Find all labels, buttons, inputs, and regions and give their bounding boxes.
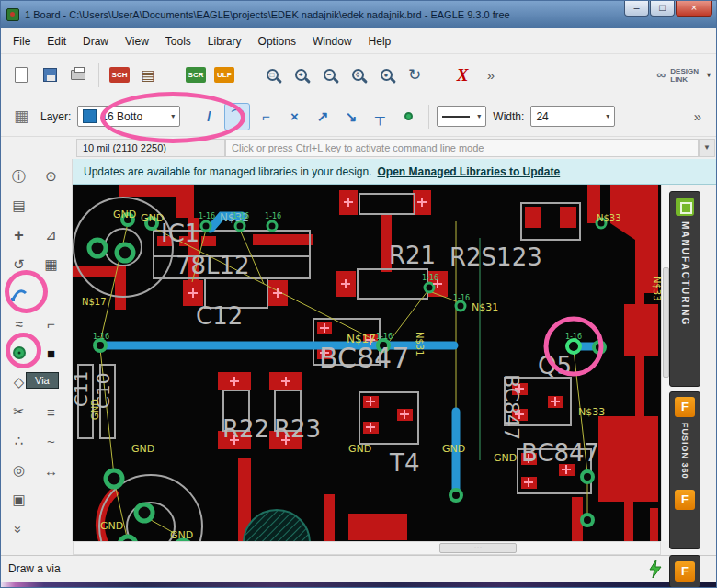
manufacturing-tab[interactable]: MANUFACTURING xyxy=(669,191,700,387)
line-style-select[interactable]: ▾ xyxy=(437,106,486,127)
zoom-fit-button[interactable]: □ xyxy=(259,62,285,89)
route-via-style-button[interactable] xyxy=(395,103,421,130)
save-button[interactable] xyxy=(37,62,63,89)
zoom-in-button[interactable]: + xyxy=(288,62,313,89)
menu-window[interactable]: Window xyxy=(304,30,360,52)
chevron-down-icon: ▾ xyxy=(707,71,711,79)
grid-button[interactable]: ▦ xyxy=(8,103,34,130)
pcb-label: 1-16 xyxy=(199,212,215,220)
cancel-x-icon: X xyxy=(457,65,469,85)
window-controls: – □ × xyxy=(624,1,712,17)
show-tool-button[interactable]: ⊙ xyxy=(35,162,67,191)
horizontal-scrollbar[interactable]: ⋯ xyxy=(73,541,661,555)
measure-tool-button[interactable]: ↔ xyxy=(35,456,67,485)
route-diag-down-button[interactable]: ↘ xyxy=(338,103,364,130)
app-icon xyxy=(6,8,19,21)
open-schematic-button[interactable]: SCH xyxy=(107,62,132,89)
cut-tool-button[interactable]: ✂ xyxy=(3,397,35,426)
move-tool-button[interactable]: + xyxy=(3,220,35,250)
toolbar-separator xyxy=(98,63,99,87)
new-board-button[interactable] xyxy=(8,62,34,89)
refresh-button[interactable]: ↻ xyxy=(402,62,427,89)
cancel-command-button[interactable]: X xyxy=(450,62,475,89)
fusion-logo-icon: F xyxy=(675,397,695,417)
maximize-button[interactable]: □ xyxy=(650,1,675,17)
parameter-overflow-button[interactable]: » xyxy=(685,103,711,130)
pcb-drawing: IC178L12C12R21R2S123BC847Q5BC847R22R23T4… xyxy=(73,185,661,541)
zoom-out-icon: − xyxy=(324,69,336,81)
taskbar-sliver xyxy=(1,582,717,588)
mirror-tool-button[interactable]: ⊿ xyxy=(35,220,67,250)
display-layers-button[interactable]: ▤ xyxy=(3,191,35,220)
arrow-down-right-icon: ↘ xyxy=(346,108,358,125)
change-tool-button[interactable]: ≡ xyxy=(35,397,67,426)
layer-settings-button[interactable]: ▤ xyxy=(135,62,161,89)
vertical-scrollbar-thumb[interactable] xyxy=(663,267,669,378)
print-button[interactable] xyxy=(65,62,91,89)
miter-button[interactable]: / xyxy=(196,103,222,130)
menu-library[interactable]: Library xyxy=(199,30,250,52)
ripup-tool-button[interactable]: ⌐ xyxy=(35,309,67,338)
optimize-icon: ≈ xyxy=(15,316,22,332)
info-tool-button[interactable]: ⓘ xyxy=(3,162,35,191)
rectangle-icon: ■ xyxy=(47,345,55,361)
menu-draw[interactable]: Draw xyxy=(74,30,117,52)
vertical-scrollbar[interactable] xyxy=(661,185,669,541)
menu-file[interactable]: File xyxy=(5,30,39,52)
menu-view[interactable]: View xyxy=(117,30,157,52)
main-toolbar: SCH ▤ SCR ULP □ + − ◊ ● ↻ X » ∞ DESIGN L… xyxy=(1,54,717,96)
wire-bend-round-button[interactable]: ⌒ xyxy=(224,103,250,130)
pcb-label: 1-16 xyxy=(565,333,582,341)
fusion-360-tab[interactable]: F FUSION 360 F xyxy=(669,391,700,549)
command-line-input[interactable] xyxy=(225,139,699,157)
zoom-out-button[interactable]: − xyxy=(316,62,342,89)
route-wire-tool-button[interactable] xyxy=(3,279,35,309)
minimize-button[interactable]: – xyxy=(624,1,649,17)
signal-wave-icon: ~ xyxy=(47,434,55,449)
signal-tool-button[interactable]: ~ xyxy=(35,426,67,456)
toolbar-overflow-button[interactable]: » xyxy=(478,62,504,89)
route-cross-button[interactable]: × xyxy=(281,103,307,130)
route-diag-up-button[interactable]: ↗ xyxy=(310,103,336,130)
layer-select[interactable]: 16 Botto ▾ xyxy=(77,106,180,127)
layer-color-swatch xyxy=(83,109,97,123)
parameter-toolbar: ▦ Layer: 16 Botto ▾ / ⌒ ⌐ × ↗ ↘ ┬ ▾ Widt… xyxy=(1,96,717,137)
mark-tool-button[interactable]: ◎ xyxy=(3,456,35,485)
coordinates-display: 10 mil (2110 2250) xyxy=(76,139,225,157)
run-script-button[interactable]: SCR xyxy=(183,62,209,89)
pcb-label: 1-16 xyxy=(422,274,438,282)
fusion-sync-button[interactable]: ▣ xyxy=(3,485,35,514)
pcb-label: GND xyxy=(141,212,164,224)
route-t-button[interactable]: ┬ xyxy=(367,103,393,130)
menu-options[interactable]: Options xyxy=(250,30,304,52)
zoom-redraw-button[interactable]: ● xyxy=(373,62,399,89)
menu-tools[interactable]: Tools xyxy=(157,30,199,52)
horizontal-scrollbar-thumb[interactable]: ⋯ xyxy=(439,543,517,553)
run-ulp-button[interactable]: ULP xyxy=(211,62,237,89)
design-link-button[interactable]: ∞ DESIGN LINK ▾ xyxy=(656,67,711,84)
group-tool-button[interactable]: ▦ xyxy=(35,250,67,279)
fusion-tab-bottom[interactable]: F xyxy=(669,555,700,588)
rect-tool-button[interactable]: ■ xyxy=(35,338,67,368)
menu-edit[interactable]: Edit xyxy=(39,30,74,52)
line-style-sample-icon xyxy=(442,116,470,118)
zoom-in-icon: + xyxy=(295,69,307,81)
close-button[interactable]: × xyxy=(676,1,712,17)
pcb-label: 78L12 xyxy=(176,252,250,279)
board-canvas[interactable]: IC178L12C12R21R2S123BC847Q5BC847R22R23T4… xyxy=(73,185,661,541)
width-select[interactable]: 24 ▾ xyxy=(530,106,615,127)
wire-bend-90-button[interactable]: ⌐ xyxy=(253,103,279,130)
optimize-tool-button[interactable]: ≈ xyxy=(3,309,35,338)
open-managed-libraries-link[interactable]: Open Managed Libraries to Update xyxy=(378,165,561,178)
command-history-dropdown-button[interactable]: ▼ xyxy=(699,139,715,157)
ratsnest-tool-button[interactable]: ∴ xyxy=(3,426,35,456)
tool-palette: ⓘ ⊙ ▤ + ⊿ ↺ ▦ ≈ ⌐ ■ ◇ ○ ✂ ≡ ∴ ~ ◎ ↔ xyxy=(1,159,73,541)
via-tool-button[interactable] xyxy=(3,338,35,368)
zoom-select-button[interactable]: ◊ xyxy=(345,62,370,89)
zoom-redraw-icon: ● xyxy=(381,69,393,81)
palette-overflow-button[interactable]: » xyxy=(3,514,35,544)
menu-help[interactable]: Help xyxy=(360,30,400,52)
rotate-tool-button[interactable]: ↺ xyxy=(3,250,35,279)
link-icon: ∞ xyxy=(656,71,666,79)
ulp-icon: ULP xyxy=(214,67,234,83)
